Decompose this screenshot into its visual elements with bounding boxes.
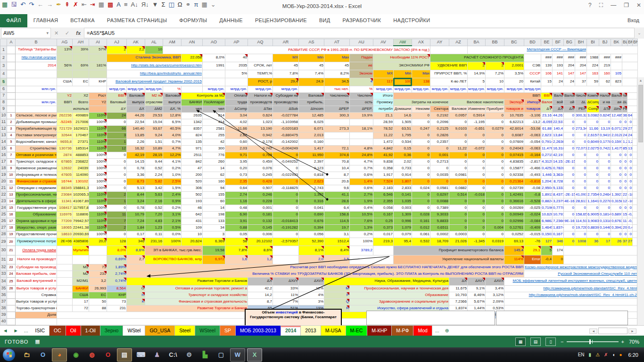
cell[interactable]: 11,22 [373,132,394,139]
cell[interactable]: 0 [107,185,127,191]
cell[interactable]: 9,44 [145,158,163,165]
cell[interactable]: 0 [486,165,504,172]
cell[interactable]: млн.грн. [16,99,57,106]
qat-icon[interactable]: А↓ [131,1,138,8]
view-page-layout-icon[interactable]: ▤ [530,337,541,346]
cell[interactable] [57,246,73,255]
cell[interactable]: 1 [7,112,16,119]
cell[interactable]: 10,5% [350,211,373,218]
qat-icon[interactable]: ✗ [73,1,78,8]
cell[interactable]: 0 [468,211,486,218]
cell[interactable]: 4% [299,292,324,298]
cell[interactable]: 0 [564,125,575,132]
cell[interactable]: 0,624 [248,112,273,119]
qat-icon[interactable]: ✒ [56,1,61,8]
cell[interactable]: 2,24 [145,172,163,178]
cell[interactable]: 2,16 [145,198,163,205]
qat-icon[interactable]: → [47,1,53,8]
cell[interactable]: 0,17 [127,231,145,238]
sheet-tab-Mod[interactable]: Mod [413,326,432,336]
cell[interactable]: Числен [575,92,587,99]
cell[interactable]: 0 [627,172,633,178]
cell[interactable]: 0 [564,172,575,178]
cell[interactable]: 431 [182,218,203,224]
column-header-AM[interactable]: AM [163,39,182,46]
cell[interactable]: ΔComp [225,106,248,112]
cell[interactable]: 3,12% [486,292,504,298]
cell[interactable]: 45 [299,62,324,70]
column-header-BN[interactable]: BN [633,39,638,46]
cell[interactable]: 3,5% [504,70,524,78]
cell[interactable]: Поставки электроэнерг [16,132,57,139]
cell[interactable] [57,54,73,62]
ribbon-tab-вставка[interactable]: ВСТАВКА [64,14,100,27]
cell[interactable]: 0,1318 [599,218,611,224]
cell[interactable]: 14,2 [248,292,273,298]
cell[interactable]: 0,004 [486,224,504,231]
cell[interactable] [273,255,299,264]
cell[interactable]: 2,62 [225,132,248,139]
cell[interactable]: УДВОЕНИЕ ВВП [430,62,468,70]
cell[interactable]: 971 [182,145,203,152]
cell[interactable]: 0 [622,165,627,172]
cell[interactable]: 2,0128 [611,132,622,139]
cell[interactable]: -0,142002 [273,139,299,145]
cell[interactable] [182,86,203,92]
window-control-icon[interactable]: — [611,2,616,8]
cell[interactable]: Транспорт и складское хозяйство [145,292,248,298]
cell[interactable]: 34 [203,224,225,231]
cell[interactable]: ΔIncom [299,106,324,112]
cell[interactable]: K [127,298,145,305]
cell[interactable]: 0 [564,119,575,125]
cell[interactable] [373,246,394,255]
cell[interactable] [273,246,299,255]
cell[interactable]: 1,309 [394,211,412,218]
cell[interactable]: 28,6 [324,198,350,205]
clock[interactable]: 6:20 [628,352,638,358]
cell[interactable]: 3,4% [486,285,504,292]
cell[interactable]: Некомм [412,106,430,112]
cell[interactable]: 100% [89,165,107,172]
cell[interactable]: 7,2366 [553,218,564,224]
cell[interactable]: 9,0103 [449,125,468,132]
cell[interactable]: H [127,292,145,298]
cell[interactable]: 0 [627,205,633,211]
cell[interactable]: 5% [225,70,248,78]
cell[interactable]: 0,028 [412,211,430,218]
cell[interactable]: ΔY [107,106,127,112]
cell[interactable]: М2/М1 [73,277,89,285]
cell[interactable]: 100% [89,178,107,185]
column-header-AV[interactable]: AV [373,39,394,46]
cell[interactable]: 0 [575,139,587,145]
cell[interactable]: 2,833 [394,185,412,191]
cell[interactable]: 499869 [73,112,89,119]
cell[interactable]: 8,4% [324,246,350,255]
start-button[interactable] [3,349,15,361]
cell[interactable] [7,106,16,112]
taskbar-icon-firefox[interactable]: ◕ [52,348,67,362]
cell[interactable]: 3,04 [225,112,248,119]
window-control-icon[interactable]: ❐ [624,2,629,8]
cell[interactable]: 12 [7,185,16,191]
cell[interactable]: 0 [564,112,575,119]
cell[interactable]: 0 [107,172,127,178]
row-header-14[interactable]: 14 [0,139,7,145]
cell[interactable]: 0,1597 [611,139,622,145]
cell[interactable]: 3 [107,132,127,139]
cell[interactable] [622,78,638,86]
cell[interactable]: 204 [575,62,587,70]
cell[interactable]: 6,025 [299,119,324,125]
cell[interactable]: 0,394 [299,224,324,231]
cell[interactable]: 24 [553,78,564,86]
cell[interactable]: 18,709 [430,238,449,246]
cell[interactable]: 0,8824 [541,198,553,205]
cell[interactable]: КНР [107,292,127,298]
cell[interactable]: 11,66 [225,125,248,132]
cell[interactable]: Валов [611,92,622,99]
cell[interactable]: 0,2192 [430,112,449,119]
cell[interactable]: 0 [486,132,504,139]
cell[interactable]: Y2 [89,99,107,106]
cell[interactable]: 0,996 [394,218,412,224]
cell[interactable]: 6,369 [203,238,225,246]
row-header-16[interactable]: 16 [0,152,7,158]
